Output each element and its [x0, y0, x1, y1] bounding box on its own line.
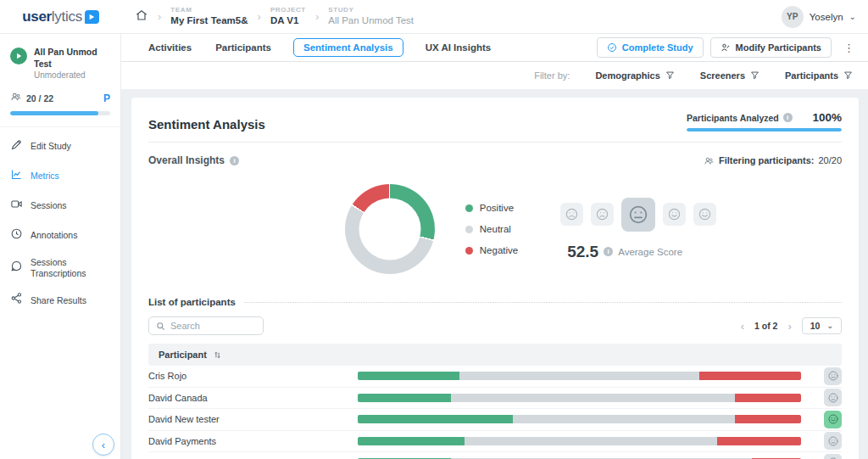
check-circle-icon	[607, 42, 617, 53]
breadcrumb-label: PROJECT	[270, 6, 306, 14]
table-row[interactable]: Cris Rojo	[148, 366, 842, 388]
participant-name: Cris Rojo	[148, 371, 358, 381]
tab-sentiment-analysis[interactable]: Sentiment Analysis	[293, 38, 403, 57]
userlytics-app: userlytics ›TEAMMy First Team5&›PROJECTD…	[0, 0, 868, 459]
study-progress-bar	[10, 111, 110, 115]
card-header: Sentiment Analysis Participants Analyzed…	[148, 98, 842, 143]
legend-label: Neutral	[480, 224, 511, 234]
dotted-divider	[244, 302, 842, 303]
sad-face-icon	[824, 389, 842, 406]
user-menu[interactable]: YP Yoselyn ⌄	[782, 6, 856, 28]
table-row[interactable]: David Canada	[148, 388, 842, 410]
slightly-happy-face-icon[interactable]	[663, 203, 686, 226]
sentiment-bar	[358, 437, 801, 445]
list-controls: ‹ 1 of 2 › 10 ⌄	[148, 316, 842, 335]
funnel-icon	[843, 70, 853, 81]
bar-negative-segment	[735, 394, 801, 402]
overall-insights-label: Overall Insights	[148, 154, 225, 166]
filter-participants-button[interactable]: Participants	[785, 70, 853, 81]
participant-name: David Canada	[148, 393, 358, 403]
sidebar-item-metrics[interactable]: Metrics	[0, 161, 120, 191]
page-title: Sentiment Analysis	[148, 117, 265, 132]
legend-item-positive: Positive	[465, 203, 518, 213]
home-icon[interactable]	[135, 8, 148, 25]
search-box[interactable]	[148, 316, 264, 335]
sentiment-chart-area: PositiveNeutralNegative 52.5 i Average S…	[148, 166, 842, 292]
share-icon	[10, 292, 23, 308]
breadcrumb-item-project[interactable]: PROJECTDA V1	[270, 6, 306, 26]
sentiment-donut-chart	[345, 184, 435, 274]
legend-label: Positive	[480, 203, 514, 213]
page-indicator: 1 of 2	[754, 321, 777, 331]
bar-neutral-segment	[465, 437, 717, 445]
sidebar-collapse-button[interactable]: ‹	[92, 434, 114, 456]
info-icon[interactable]: i	[783, 113, 793, 122]
page-prev-icon[interactable]: ‹	[739, 320, 746, 333]
table-row[interactable]: David Payments	[148, 431, 842, 453]
sad-face-icon[interactable]	[591, 203, 614, 226]
breadcrumb-item-team[interactable]: TEAMMy First Team5&	[170, 6, 248, 26]
table-row[interactable]: David New tester	[148, 409, 842, 431]
sort-icon[interactable]	[213, 350, 222, 360]
info-icon[interactable]: i	[604, 247, 613, 256]
bar-positive-segment	[358, 394, 451, 402]
search-input[interactable]	[170, 321, 256, 331]
filter-demographics-button[interactable]: Demographics	[595, 70, 674, 81]
search-icon	[156, 322, 165, 331]
table-row[interactable]: David Portugal	[148, 452, 842, 459]
study-name: All Pan Unmod Test	[34, 47, 110, 70]
sidebar-item-label: Annotations	[31, 230, 77, 241]
table-header[interactable]: Participant	[148, 344, 842, 366]
analyzed-progress-bar	[687, 128, 842, 132]
filter-label: Participants	[785, 70, 838, 81]
page-size-select[interactable]: 10 ⌄	[802, 317, 842, 334]
bar-negative-segment	[717, 437, 801, 445]
participants-table-body: Cris RojoDavid CanadaDavid New testerDav…	[148, 366, 842, 459]
breadcrumb-item-study[interactable]: STUDYAll Pan Unmod Test	[328, 6, 414, 26]
bar-positive-segment	[358, 437, 465, 445]
bar-positive-segment	[358, 415, 513, 423]
sidebar-item-sessions-transcriptions[interactable]: Sessions Transcriptions	[0, 250, 120, 285]
sidebar-study: All Pan Unmod Test Unmoderated	[0, 47, 120, 80]
happy-face-icon[interactable]	[693, 203, 716, 226]
sidebar-item-annotations[interactable]: Annotations	[0, 221, 120, 250]
sidebar-item-sessions[interactable]: Sessions	[0, 191, 120, 221]
neutral-face-icon[interactable]	[621, 198, 655, 232]
sidebar-item-share-results[interactable]: Share Results	[0, 285, 120, 315]
pencil-icon	[10, 138, 23, 154]
sidebar: All Pan Unmod Test Unmoderated 20 / 22 P…	[0, 34, 121, 459]
sidebar-item-edit-study[interactable]: Edit Study	[0, 132, 120, 161]
filtering-label: Filtering participants:	[719, 155, 814, 165]
average-score-row: 52.5 i Average Score	[567, 243, 682, 261]
tab-participants[interactable]: Participants	[214, 39, 273, 56]
neutral-face-icon	[824, 367, 842, 385]
tab-ux-ai-insights[interactable]: UX AI Insights	[424, 39, 493, 56]
page-next-icon[interactable]: ›	[786, 320, 793, 333]
filter-screeners-button[interactable]: Screeners	[700, 70, 760, 81]
average-score-value: 52.5	[567, 243, 598, 261]
modify-participants-button[interactable]: Modify Participants	[710, 37, 832, 58]
panel-letter-badge[interactable]: P	[103, 92, 110, 104]
insights-row: Overall Insights i Filtering participant…	[148, 143, 842, 166]
list-title-row: List of participants	[148, 297, 842, 307]
legend-dot	[465, 204, 473, 212]
participants-icon	[704, 155, 715, 166]
bar-positive-segment	[358, 372, 459, 380]
kebab-menu-icon[interactable]: ⋮	[838, 40, 860, 56]
top-header: userlytics ›TEAMMy First Team5&›PROJECTD…	[0, 0, 868, 34]
participant-name: David Payments	[148, 436, 358, 446]
app-body: All Pan Unmod Test Unmoderated 20 / 22 P…	[0, 34, 868, 459]
legend-item-negative: Negative	[465, 245, 518, 255]
very-sad-face-icon[interactable]	[560, 203, 583, 226]
breadcrumb: ›TEAMMy First Team5&›PROJECTDA V1›STUDYA…	[135, 6, 414, 26]
sidebar-menu: Edit StudyMetricsSessionsAnnotationsSess…	[0, 132, 120, 315]
chevron-down-icon: ⌄	[826, 322, 833, 330]
main-area: ActivitiesParticipantsSentiment Analysis…	[121, 34, 868, 459]
complete-study-button[interactable]: Complete Study	[597, 37, 704, 58]
tab-activities[interactable]: Activities	[147, 39, 193, 56]
participant-column-header: Participant	[159, 350, 207, 360]
logo-play-bubble-icon	[85, 10, 99, 24]
modify-participants-label: Modify Participants	[736, 42, 821, 53]
info-icon[interactable]: i	[230, 156, 239, 165]
userlytics-logo[interactable]: userlytics	[0, 8, 121, 25]
